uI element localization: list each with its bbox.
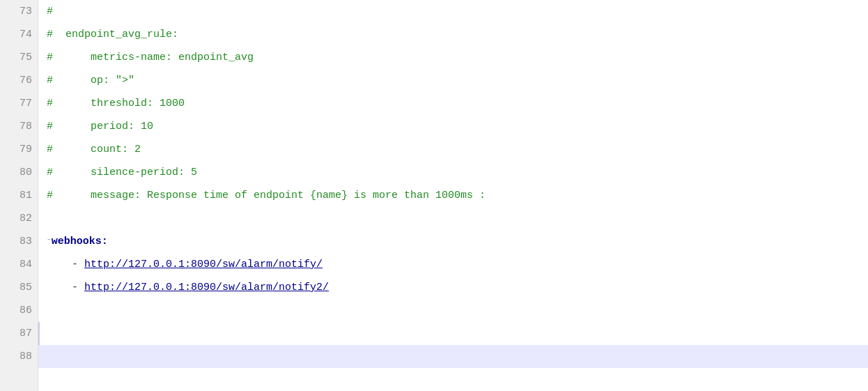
dash-84: - <box>47 253 84 276</box>
key-webhooks: webhooks: <box>52 230 108 253</box>
editor-container: 73 74 75 76 77 78 79 80 81 82 83 84 85 8… <box>0 0 868 391</box>
code-line-73: # <box>38 0 868 23</box>
code-line-83: ⁻webhooks: <box>38 230 868 253</box>
line-num-80: 80 <box>0 161 38 184</box>
dash-85: - <box>47 276 84 299</box>
line-num-87: 87 <box>0 322 38 345</box>
line-num-85: 85 <box>0 276 38 299</box>
line-num-79: 79 <box>0 138 38 161</box>
code-line-74: # endpoint_avg_rule: <box>38 23 868 46</box>
link-85[interactable]: http://127.0.0.1:8090/sw/alarm/notify2/ <box>84 276 329 299</box>
code-line-80: # silence-period: 5 <box>38 161 868 184</box>
line-num-84: 84 <box>0 253 38 276</box>
comment-79: # count: 2 <box>47 138 141 161</box>
code-line-81: # message: Response time of endpoint {na… <box>38 184 868 207</box>
comment-73: # <box>47 0 53 23</box>
code-line-79: # count: 2 <box>38 138 868 161</box>
comment-75: # metrics-name: endpoint_avg <box>47 46 254 69</box>
comment-78: # period: 10 <box>47 115 153 138</box>
line-num-82: 82 <box>0 207 38 230</box>
code-line-87 <box>38 322 868 345</box>
line-num-73: 73 <box>0 0 38 23</box>
line-num-77: 77 <box>0 92 38 115</box>
line-num-75: 75 <box>0 46 38 69</box>
link-84[interactable]: http://127.0.0.1:8090/sw/alarm/notify/ <box>84 253 323 276</box>
code-area[interactable]: # # endpoint_avg_rule: # metrics-name: e… <box>38 0 868 391</box>
line-num-74: 74 <box>0 23 38 46</box>
collapse-icon-83[interactable]: ⁻ <box>47 230 52 253</box>
comment-76: # op: ">" <box>47 69 134 92</box>
line-num-86: 86 <box>0 299 38 322</box>
comment-81: # message: Response time of endpoint {na… <box>47 184 486 207</box>
code-line-84: - http://127.0.0.1:8090/sw/alarm/notify/ <box>38 253 868 276</box>
code-line-88 <box>38 345 868 368</box>
comment-74: # endpoint_avg_rule: <box>47 23 178 46</box>
line-num-81: 81 <box>0 184 38 207</box>
code-line-76: # op: ">" <box>38 69 868 92</box>
code-line-78: # period: 10 <box>38 115 868 138</box>
line-numbers: 73 74 75 76 77 78 79 80 81 82 83 84 85 8… <box>0 0 38 391</box>
line-num-76: 76 <box>0 69 38 92</box>
code-line-85: - http://127.0.0.1:8090/sw/alarm/notify2… <box>38 276 868 299</box>
code-line-82 <box>38 207 868 230</box>
line-num-78: 78 <box>0 115 38 138</box>
code-line-86 <box>38 299 868 322</box>
comment-77: # threshold: 1000 <box>47 92 185 115</box>
code-line-75: # metrics-name: endpoint_avg <box>38 46 868 69</box>
code-line-77: # threshold: 1000 <box>38 92 868 115</box>
comment-80: # silence-period: 5 <box>47 161 197 184</box>
line-num-88: 88 <box>0 345 38 368</box>
line-num-83: 83 <box>0 230 38 253</box>
